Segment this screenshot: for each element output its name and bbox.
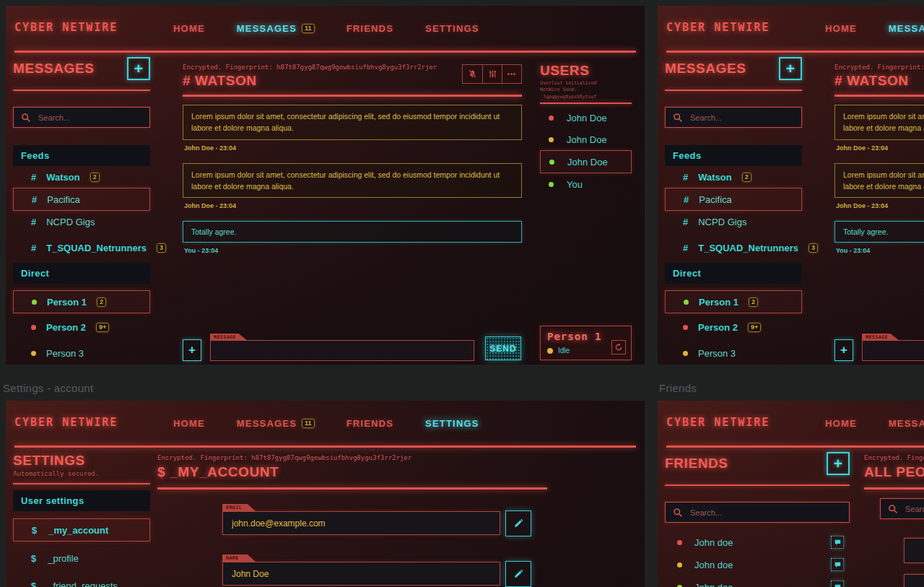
status-dot xyxy=(677,585,682,587)
chat-message-meta: You - 23:04 xyxy=(836,247,924,254)
channel-t-squad[interactable]: # T_SQUAD_Netrunners 3 xyxy=(665,237,802,258)
settings-item-my-account[interactable]: $ _my_account xyxy=(13,518,150,542)
channel-search-input[interactable] xyxy=(38,113,142,122)
channel-ncpd-gigs[interactable]: # NCPD Gigs xyxy=(665,211,802,232)
direct-person-2[interactable]: Person 2 9+ xyxy=(665,316,802,338)
person-card[interactable]: John doe xyxy=(904,538,924,563)
dollar-icon: $ xyxy=(31,581,36,587)
person-card[interactable]: John doe xyxy=(904,574,924,587)
search-icon xyxy=(673,113,683,123)
brand: CYBER NETWIRE xyxy=(14,416,118,429)
nav-messages[interactable]: MESSAGES 11 xyxy=(889,23,924,34)
all-people-panel: Encrypted. Fingerprint: h87t87gyg87qwg9g… xyxy=(864,447,924,587)
chat-message-meta: John Doe - 23:04 xyxy=(184,202,522,209)
reconnect-button[interactable] xyxy=(611,340,626,355)
brand: CYBER NETWIRE xyxy=(14,21,118,34)
nav-messages[interactable]: MESSAGES 11 xyxy=(237,418,315,429)
messages-window: CYBER NETWIRE HOME MESSAGES 11 FRIENDS S… xyxy=(6,6,645,365)
chat-message: Lorem ipsum dolor sit amet, consectetur … xyxy=(834,105,924,140)
mute-notifications-button[interactable] xyxy=(463,65,482,83)
settings-window-caption: Settings - account xyxy=(3,382,93,394)
messages-sidebar: MESSAGES + Feeds # Watson 2 # Pacifica #… xyxy=(665,52,802,364)
nav-home[interactable]: HOME xyxy=(825,418,857,429)
nav-settings[interactable]: SETTINGS xyxy=(425,23,479,34)
attach-button[interactable]: + xyxy=(183,339,201,361)
channel-t-squad-badge: 3 xyxy=(808,243,818,253)
nav-home[interactable]: HOME xyxy=(173,418,205,429)
friend-row[interactable]: John doe xyxy=(665,576,850,587)
messages-sidebar: MESSAGES + Feeds # Watson 2 # Pacifica #… xyxy=(13,52,150,364)
chat-divider xyxy=(183,95,522,97)
nav-messages[interactable]: MESSAGES 11 xyxy=(237,23,315,34)
sliders-icon xyxy=(488,69,497,79)
hash-icon: # xyxy=(683,217,688,227)
nav-friends[interactable]: FRIENDS xyxy=(346,23,393,34)
top-nav: HOME MESSAGES 11 FRIENDS SETTINGS xyxy=(825,401,924,445)
open-chat-button[interactable] xyxy=(831,581,844,587)
nav-home[interactable]: HOME xyxy=(173,23,205,34)
email-field[interactable] xyxy=(222,511,500,535)
all-people-divider xyxy=(864,487,924,490)
nav-settings[interactable]: SETTINGS xyxy=(425,418,479,429)
nav-friends[interactable]: FRIENDS xyxy=(346,418,393,429)
settings-item-friend-requests[interactable]: $ _friend_requests xyxy=(13,575,150,587)
direct-header: Direct xyxy=(13,263,150,284)
user-row[interactable]: John Doe xyxy=(540,129,632,150)
direct-person-2[interactable]: Person 2 9+ xyxy=(13,316,150,338)
channel-t-squad[interactable]: # T_SQUAD_Netrunners 3 xyxy=(13,237,150,258)
friends-search-input[interactable] xyxy=(690,508,842,517)
user-row[interactable]: You xyxy=(540,173,632,195)
open-chat-button[interactable] xyxy=(831,558,844,571)
encryption-info: Encrypted. Fingerprint: h87t87gyg87qwg9g… xyxy=(157,454,551,461)
chat-bubble-icon xyxy=(834,539,842,547)
dollar-icon: $ xyxy=(31,553,36,564)
channel-filter-button[interactable] xyxy=(482,65,502,83)
direct-person-3[interactable]: Person 3 xyxy=(665,342,802,364)
user-row[interactable]: John Doe xyxy=(540,107,632,129)
edit-name-button[interactable] xyxy=(505,561,531,587)
encryption-info: Encrypted. Fingerprint: h87t87gyg87qwg9g… xyxy=(864,454,924,461)
nav-messages[interactable]: MESSAGES 11 xyxy=(889,418,924,429)
channel-more-button[interactable]: ••• xyxy=(502,65,521,83)
user-settings-header: User settings xyxy=(13,490,150,511)
add-channel-button[interactable]: + xyxy=(779,57,802,80)
direct-person-1[interactable]: Person 1 2 xyxy=(665,290,802,313)
edit-email-button[interactable] xyxy=(505,510,531,536)
channel-pacifica[interactable]: # Pacifica xyxy=(13,188,150,211)
add-channel-button[interactable]: + xyxy=(127,57,150,80)
user-row[interactable]: John Doe xyxy=(540,150,632,173)
slot-messages-1: CYBER NETWIRE HOME MESSAGES 11 FRIENDS S… xyxy=(6,6,645,365)
hash-icon: # xyxy=(31,243,36,253)
friend-row[interactable]: John doe xyxy=(665,531,850,553)
settings-item-profile[interactable]: $ _profile xyxy=(13,547,150,569)
people-search xyxy=(880,498,924,519)
nav-home[interactable]: HOME xyxy=(825,23,857,34)
add-friend-button[interactable]: + xyxy=(827,452,850,475)
people-search-input[interactable] xyxy=(905,505,924,513)
channel-ncpd-gigs[interactable]: # NCPD Gigs xyxy=(13,211,150,232)
channel-watson[interactable]: # Watson 2 xyxy=(665,166,802,188)
channel-watson[interactable]: # Watson 2 xyxy=(13,166,150,188)
channel-search-input[interactable] xyxy=(690,113,794,122)
current-user-card: Person 1 Idle xyxy=(540,326,632,360)
friends-search xyxy=(665,502,850,523)
status-dot xyxy=(31,351,36,356)
attach-button[interactable]: + xyxy=(834,339,853,361)
hash-icon: # xyxy=(683,243,688,253)
channel-pacifica[interactable]: # Pacifica xyxy=(665,188,802,211)
name-field[interactable] xyxy=(222,562,500,586)
direct-person-3[interactable]: Person 3 xyxy=(13,342,150,364)
chat-message-meta: John Doe - 23:04 xyxy=(836,202,924,209)
open-chat-button[interactable] xyxy=(831,536,844,549)
message-input[interactable] xyxy=(210,340,474,361)
hash-icon: # xyxy=(32,194,37,205)
friends-sidebar: FRIENDS + John doe John doe John doe xyxy=(665,447,850,587)
friend-row[interactable]: John doe xyxy=(665,554,850,575)
chat-panel: Encrypted. Fingerprint: h87t87gyg87qwg9g… xyxy=(183,52,522,365)
send-button[interactable]: SEND xyxy=(485,336,521,360)
direct-person-1[interactable]: Person 1 2 xyxy=(13,290,150,313)
message-input[interactable] xyxy=(862,340,924,361)
slot-friends: CYBER NETWIRE HOME MESSAGES 11 FRIENDS S… xyxy=(658,401,924,587)
status-dot xyxy=(683,325,688,330)
users-meta: Userlist initialized NetWire Seed: _7qpq… xyxy=(540,80,632,100)
